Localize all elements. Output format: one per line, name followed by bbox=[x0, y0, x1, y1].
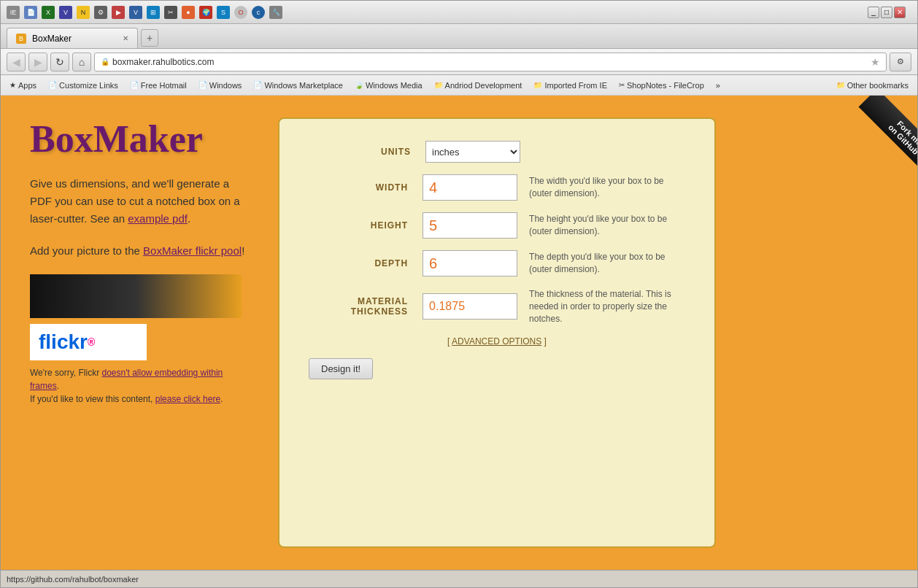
bookmark-apps-label: Apps bbox=[18, 81, 36, 90]
flickr-registered: ® bbox=[88, 336, 95, 348]
bookmark-other-label: Other bookmarks bbox=[847, 81, 909, 90]
doc-icon: 📄 bbox=[24, 6, 37, 19]
tab-favicon: B bbox=[16, 34, 26, 44]
skype-icon: S bbox=[217, 6, 230, 19]
units-label: UNITS bbox=[309, 147, 425, 157]
windows-icon: 📄 bbox=[198, 81, 207, 89]
orange-icon: ● bbox=[182, 6, 195, 19]
address-bar[interactable]: 🔒 boxmaker.rahulbotics.com ★ bbox=[94, 53, 887, 71]
more-label: » bbox=[716, 81, 720, 90]
width-input[interactable] bbox=[423, 174, 517, 201]
left-side: BoxMaker Give us dimensions, and we'll g… bbox=[30, 117, 249, 548]
maximize-button[interactable]: □ bbox=[881, 7, 892, 18]
units-row: UNITS inches mm cm bbox=[309, 141, 685, 163]
depth-row: DEPTH The depth you'd like your box to b… bbox=[309, 250, 685, 276]
depth-input-group bbox=[423, 250, 517, 276]
bookmark-marketplace-label: Windows Marketplace bbox=[264, 81, 343, 90]
depth-help: The depth you'd like your box to be (out… bbox=[529, 251, 685, 276]
mozilla-icon: 🌍 bbox=[199, 6, 212, 19]
units-select[interactable]: inches mm cm bbox=[425, 141, 520, 163]
bookmark-media-label: Windows Media bbox=[366, 81, 423, 90]
bookmark-shopnotes-label: ShopNotes - FileCrop bbox=[627, 81, 704, 90]
excel-icon: X bbox=[42, 6, 55, 19]
bookmark-hotmail-label: Free Hotmail bbox=[141, 81, 187, 90]
bookmarks-bar: ★ Apps 📄 Customize Links 📄 Free Hotmail … bbox=[1, 75, 917, 96]
home-button[interactable]: ⌂ bbox=[72, 53, 91, 71]
browser-window: IE 📄 X V N ⚙ ▶ V ⊞ ✂ ● 🌍 S O c 🔧 _ □ ✕ B… bbox=[0, 0, 918, 588]
bookmark-marketplace[interactable]: 📄 Windows Marketplace bbox=[250, 80, 346, 91]
flickr-logo-text: flickr bbox=[39, 330, 88, 354]
norton-icon: N bbox=[77, 6, 90, 19]
bookmark-windows[interactable]: 📄 Windows bbox=[196, 80, 245, 91]
bookmark-shopnotes[interactable]: ✂ ShopNotes - FileCrop bbox=[616, 80, 707, 91]
scissors-icon: ✂ bbox=[164, 6, 177, 19]
flickr-pool-link[interactable]: BoxMaker flickr pool bbox=[143, 244, 242, 257]
thickness-input[interactable] bbox=[423, 293, 517, 320]
tab-title: BoxMaker bbox=[32, 34, 72, 44]
android-icon: 📁 bbox=[434, 81, 443, 89]
tab-bar: B BoxMaker ✕ + bbox=[1, 24, 917, 49]
flickr-prompt: Add your picture to the BoxMaker flickr … bbox=[30, 242, 249, 260]
blue-icon: c bbox=[252, 6, 265, 19]
thickness-row: MATERIAL THICKNESS The thickness of the … bbox=[309, 288, 685, 325]
nav-extra-buttons: ⚙ bbox=[890, 53, 911, 71]
bookmark-other[interactable]: 📁 Other bookmarks bbox=[833, 80, 911, 91]
depth-input[interactable] bbox=[423, 250, 517, 276]
url-text: boxmaker.rahulbotics.com bbox=[112, 57, 868, 67]
description: Give us dimensions, and we'll generate a… bbox=[30, 175, 249, 228]
flickr-view-notice: If you'd like to view this content, plea… bbox=[30, 392, 249, 406]
bookmark-ie[interactable]: 📁 Imported From IE bbox=[531, 80, 610, 91]
bookmark-customize-label: Customize Links bbox=[59, 81, 118, 90]
title-bar: IE 📄 X V N ⚙ ▶ V ⊞ ✂ ● 🌍 S O c 🔧 _ □ ✕ bbox=[1, 1, 917, 24]
ie-icon: IE bbox=[7, 6, 20, 19]
star-button[interactable]: ★ bbox=[871, 56, 880, 68]
height-label: HEIGHT bbox=[309, 220, 423, 231]
shopnotes-icon: ✂ bbox=[619, 81, 625, 89]
height-help: The height you'd like your box to be (ou… bbox=[529, 213, 685, 238]
flickr-notice-text1: We're sorry, Flickr bbox=[30, 368, 102, 378]
flickr-section: flickr® We're sorry, Flickr doesn't allo… bbox=[30, 274, 249, 406]
bookmark-customize[interactable]: 📄 Customize Links bbox=[45, 80, 121, 91]
width-label: WIDTH bbox=[309, 182, 423, 193]
bookmark-apps[interactable]: ★ Apps bbox=[7, 80, 39, 91]
width-row: WIDTH The width you'd like your box to b… bbox=[309, 174, 685, 201]
flickr-image bbox=[30, 274, 242, 318]
page-inner: BoxMaker Give us dimensions, and we'll g… bbox=[1, 96, 917, 570]
titlebar-icons: IE 📄 X V N ⚙ ▶ V ⊞ ✂ ● 🌍 S O c 🔧 bbox=[7, 6, 282, 19]
form-container: UNITS inches mm cm WIDTH Th bbox=[278, 117, 716, 548]
close-button[interactable]: ✕ bbox=[894, 7, 906, 18]
status-bar: https://github.com/rahulbot/boxmaker bbox=[1, 570, 917, 587]
active-tab[interactable]: B BoxMaker ✕ bbox=[7, 28, 138, 48]
settings-button[interactable]: ⚙ bbox=[890, 53, 911, 71]
advanced-options-link[interactable]: ADVANCED OPTIONS bbox=[452, 336, 541, 347]
refresh-button[interactable]: ↻ bbox=[50, 53, 69, 71]
app-title: BoxMaker bbox=[30, 117, 249, 160]
opera-icon: O bbox=[234, 6, 247, 19]
flickr-suffix: ! bbox=[242, 244, 244, 257]
tab-close-button[interactable]: ✕ bbox=[123, 34, 128, 42]
forward-button[interactable]: ▶ bbox=[28, 53, 47, 71]
bookmark-android-label: Andriod Development bbox=[445, 81, 522, 90]
bookmark-ie-label: Imported From IE bbox=[544, 81, 607, 90]
flickr-view-text2: . bbox=[220, 394, 223, 404]
bookmark-more[interactable]: » bbox=[713, 80, 723, 91]
nav-bar: ◀ ▶ ↻ ⌂ 🔒 boxmaker.rahulbotics.com ★ ⚙ bbox=[1, 49, 917, 75]
page-content: Fork me on GitHub BoxMaker Give us dimen… bbox=[1, 96, 917, 570]
thickness-label: MATERIAL THICKNESS bbox=[309, 296, 423, 317]
media-icon: 🍃 bbox=[355, 81, 363, 89]
width-help: The width you'd like your box to be (out… bbox=[529, 175, 685, 200]
flag-icon: ▶ bbox=[112, 6, 125, 19]
thickness-help: The thickness of the material. This is n… bbox=[529, 288, 685, 325]
bookmark-hotmail[interactable]: 📄 Free Hotmail bbox=[127, 80, 190, 91]
ie-bm-icon: 📁 bbox=[533, 81, 542, 89]
bookmark-media[interactable]: 🍃 Windows Media bbox=[352, 80, 425, 91]
bookmark-android[interactable]: 📁 Andriod Development bbox=[431, 80, 525, 91]
minimize-button[interactable]: _ bbox=[868, 7, 879, 18]
design-button[interactable]: Design it! bbox=[309, 358, 373, 379]
flickr-notice-text2: . bbox=[57, 381, 59, 391]
example-pdf-link[interactable]: example pdf bbox=[128, 212, 188, 225]
back-button[interactable]: ◀ bbox=[7, 53, 26, 71]
height-input[interactable] bbox=[423, 212, 517, 239]
flickr-click-link[interactable]: please click here bbox=[155, 394, 220, 404]
new-tab-button[interactable]: + bbox=[141, 29, 158, 47]
